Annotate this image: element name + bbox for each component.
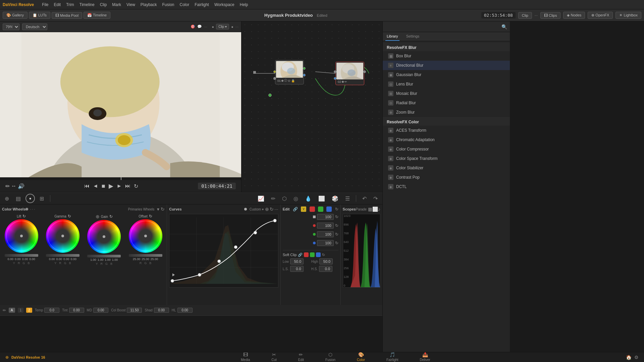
curves-options-btn[interactable]: ⊕ <box>265 206 269 212</box>
menu-view[interactable]: View <box>126 2 135 7</box>
edit-reset-2[interactable]: ↻ <box>335 223 338 228</box>
color-wheel-tool[interactable]: ● <box>25 194 35 203</box>
audio-btn[interactable]: 🔊 <box>18 183 24 189</box>
edit-y-btn[interactable]: Y <box>301 206 306 212</box>
soft-clip-ls-value[interactable] <box>290 266 304 272</box>
timeline-button[interactable]: 📅 Timeline <box>84 12 110 19</box>
menu-help[interactable]: Help <box>240 2 248 7</box>
step-forward-btn[interactable]: ► <box>117 183 122 189</box>
col-boost-input[interactable] <box>127 308 142 313</box>
edit-reset-3[interactable]: ↻ <box>335 232 338 237</box>
menu-fusion[interactable]: Fusion <box>162 2 174 7</box>
undo-tool[interactable]: ↶ <box>360 195 369 202</box>
sub-ctrl-a-btn[interactable]: A <box>9 308 15 313</box>
skip-back-btn[interactable]: ⏮ <box>84 183 90 189</box>
sub-ctrl-tool-btn[interactable]: ✏ <box>3 308 6 313</box>
nav-media[interactable]: 🎞 Media <box>230 351 261 362</box>
key-tool[interactable]: ⬜ <box>316 195 327 202</box>
edit-b-btn[interactable] <box>326 206 332 212</box>
home-btn[interactable]: 🏠 <box>626 355 632 360</box>
media-pool-button[interactable]: 🎞 Media Pool <box>52 12 82 19</box>
wheel-gain-slider[interactable] <box>87 255 121 257</box>
edit-g-btn[interactable] <box>318 206 323 212</box>
nodes-tab[interactable]: ◈ Nodes <box>563 12 585 19</box>
clip-mode-btn[interactable]: Clip ▾ <box>216 24 229 29</box>
qualifier-tool[interactable]: ✏ <box>269 195 277 202</box>
tracker-tool[interactable]: ◎ <box>291 195 300 202</box>
stop-btn[interactable]: ■ <box>102 183 105 190</box>
menu-color[interactable]: Color <box>180 2 190 7</box>
library-item-gaussian-blur[interactable]: ◉ Gaussian Blur <box>383 70 510 79</box>
nav-cut[interactable]: ✂ Cut <box>261 351 287 362</box>
soft-clip-r-btn[interactable] <box>304 252 309 257</box>
color-tool-1[interactable]: ⊕ <box>3 195 11 202</box>
scopes-bars-btn[interactable]: ▦ <box>368 206 372 212</box>
nav-edit[interactable]: ✏ Edit <box>287 351 315 362</box>
settings-tab[interactable]: Settings <box>405 32 421 41</box>
stereo-tool[interactable]: ☰ <box>343 195 352 202</box>
menu-timeline[interactable]: Timeline <box>79 2 95 7</box>
nav-fusion[interactable]: ⬡ Fusion <box>315 351 346 362</box>
library-item-color-compressor[interactable]: ◈ Color Compressor <box>383 144 510 154</box>
menu-playback[interactable]: Playback <box>141 2 157 7</box>
blur-tool[interactable]: 💧 <box>303 195 314 202</box>
wheel-gamma-reset[interactable]: ↻ <box>68 214 71 219</box>
menu-file[interactable]: File <box>42 2 48 7</box>
menu-mark[interactable]: Mark <box>112 2 121 7</box>
temp-input[interactable] <box>44 308 59 313</box>
wheel-gain-circle[interactable] <box>87 220 121 253</box>
sub-ctrl-2-btn[interactable]: 2 <box>26 308 32 313</box>
wheel-gamma-slider[interactable] <box>46 254 79 257</box>
soft-clip-g-btn[interactable] <box>310 252 315 257</box>
nav-deliver[interactable]: 📤 Deliver <box>409 351 441 362</box>
wheel-offset-slider[interactable] <box>129 254 162 257</box>
curves-tool[interactable]: 📈 <box>256 195 266 202</box>
library-item-aces-transform[interactable]: ◈ ACES Transform <box>383 126 510 135</box>
menu-clip[interactable]: Clip <box>100 2 107 7</box>
node-editor[interactable]: 01 ⓘ ⊙ 🔒 <box>241 21 382 192</box>
lightbox-tab[interactable]: ☀ Lightbox <box>615 12 641 19</box>
menu-workspace[interactable]: Workspace <box>214 2 234 7</box>
color-tool-4[interactable]: ⊞ <box>38 195 46 202</box>
wheel-lift-reset[interactable]: ↻ <box>22 214 26 219</box>
soft-clip-hs-value[interactable] <box>319 266 332 272</box>
luts-button[interactable]: 📋 LUTs <box>29 12 50 19</box>
library-item-chromatic-adaptation[interactable]: ◈ Chromatic Adaptation <box>383 135 510 144</box>
node-02[interactable]: 02 ✏ <box>335 62 364 85</box>
library-search-btn[interactable]: 🔍 <box>501 24 507 29</box>
edit-value-1[interactable] <box>317 214 334 220</box>
wheel-lift-slider[interactable] <box>5 254 38 257</box>
library-item-box-blur[interactable]: ▦ Box Blur <box>383 51 510 61</box>
edit-reset-1[interactable]: ↻ <box>335 215 338 219</box>
wheel-offset-circle[interactable] <box>129 219 162 253</box>
edit-reset-4[interactable]: ↻ <box>335 241 338 245</box>
primaries-arrow[interactable]: ▾ <box>157 206 159 212</box>
settings-btn[interactable]: ⚙ <box>634 355 639 360</box>
edit-value-3[interactable] <box>317 231 334 237</box>
edit-link-btn[interactable]: 🔗 <box>293 207 298 212</box>
wheel-offset-reset[interactable]: ↻ <box>149 214 152 219</box>
wheels-reset-btn[interactable]: ↻ <box>161 206 165 212</box>
library-item-dctl[interactable]: ◈ DCTL <box>383 182 510 191</box>
tool-arrow-btn[interactable]: ↔ <box>11 183 16 189</box>
library-item-directional-blur[interactable]: ≡ Directional Blur <box>383 61 510 70</box>
library-item-lens-blur[interactable]: ◎ Lens Blur <box>383 79 510 89</box>
soft-clip-low-value[interactable] <box>290 258 304 264</box>
skip-forward-btn[interactable]: ⏭ <box>125 183 130 189</box>
loop-btn[interactable]: ↻ <box>134 183 138 189</box>
edit-value-2[interactable] <box>317 223 334 229</box>
step-back-btn[interactable]: ◄ <box>93 183 98 189</box>
soft-clip-link-btn[interactable]: 🔗 <box>298 253 303 257</box>
edit-r-btn[interactable] <box>310 206 315 212</box>
redo-tool[interactable]: ↷ <box>371 195 380 202</box>
tool-draw-btn[interactable]: ✏ <box>5 183 10 189</box>
curves-canvas[interactable] <box>169 214 278 288</box>
wheel-gamma-circle[interactable] <box>46 219 79 253</box>
language-select[interactable]: Deutsch English <box>22 23 47 30</box>
3d-tool[interactable]: 🎲 <box>330 195 340 202</box>
clips-tab[interactable]: 🎞 Clips <box>540 12 561 19</box>
md-input[interactable] <box>93 308 108 313</box>
curves-reset-btn[interactable]: ↻ <box>270 206 274 212</box>
clip-button[interactable]: Clip <box>518 12 532 19</box>
library-item-contrast-pop[interactable]: ◈ Contrast Pop <box>383 173 510 182</box>
